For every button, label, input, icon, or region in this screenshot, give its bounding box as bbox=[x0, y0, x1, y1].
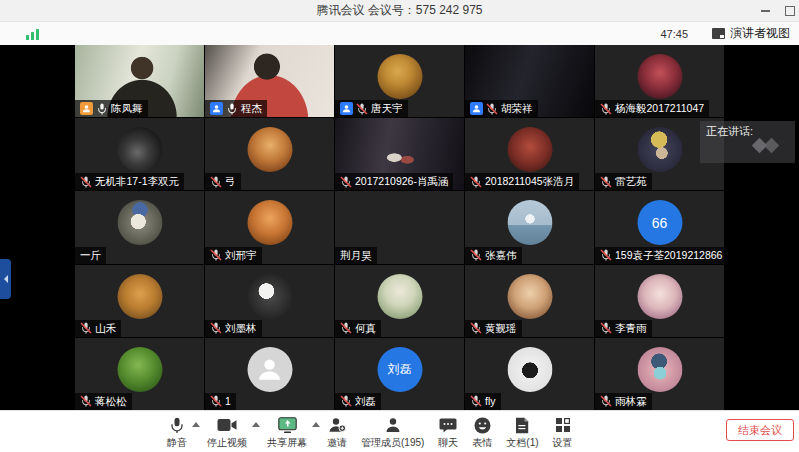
participant-name-label: 刘邢宇 bbox=[205, 247, 262, 264]
participant-name-label: 弓 bbox=[205, 173, 241, 190]
participant-name-label: 胡荣祥 bbox=[465, 100, 538, 117]
toolbar-button-members[interactable]: 管理成员(195) bbox=[354, 411, 431, 450]
avatar bbox=[247, 274, 292, 319]
mic-muted-icon bbox=[80, 395, 92, 407]
toolbar-button-label: 停止视频 bbox=[207, 436, 247, 450]
toolbar-button-share-screen[interactable]: 共享屏幕 bbox=[260, 411, 314, 450]
mic-muted-icon bbox=[80, 176, 92, 188]
participant-tile[interactable]: 刘墨林 bbox=[205, 265, 334, 337]
network-signal-icon[interactable] bbox=[26, 28, 39, 40]
participant-name: 无机非17-1李双元 bbox=[95, 175, 179, 188]
microphone-icon bbox=[169, 416, 185, 434]
participant-tile[interactable]: 1 bbox=[205, 338, 334, 410]
avatar bbox=[117, 347, 162, 392]
view-mode-label: 演讲者视图 bbox=[730, 25, 790, 42]
avatar bbox=[637, 274, 682, 319]
participant-tile[interactable]: 李青雨 bbox=[595, 265, 724, 337]
participant-name: 杨海毅2017211047 bbox=[615, 102, 704, 115]
maximize-icon[interactable] bbox=[785, 6, 795, 16]
settings-grid-icon bbox=[555, 416, 571, 434]
end-meeting-button[interactable]: 结束会议 bbox=[726, 419, 794, 441]
participant-name-label: 荆月昊 bbox=[335, 247, 377, 264]
avatar bbox=[507, 200, 552, 245]
participant-name: 胡荣祥 bbox=[501, 102, 533, 115]
mic-muted-icon bbox=[470, 249, 482, 261]
meeting-duration: 47:45 bbox=[660, 28, 688, 40]
chat-bubble-icon bbox=[439, 416, 457, 434]
host-badge-icon bbox=[80, 102, 93, 115]
mic-muted-icon bbox=[470, 322, 482, 334]
participant-name: fly bbox=[485, 395, 496, 408]
participant-tile[interactable]: 刘邢宇 bbox=[205, 191, 334, 263]
minimize-icon[interactable] bbox=[761, 10, 770, 12]
participant-tile[interactable]: 张嘉伟 bbox=[465, 191, 594, 263]
document-icon bbox=[515, 416, 529, 434]
chevron-up-icon[interactable] bbox=[312, 422, 320, 427]
participant-name: 山禾 bbox=[95, 322, 116, 335]
mic-muted-icon bbox=[210, 176, 222, 188]
members-icon bbox=[385, 416, 401, 434]
view-mode-toggle[interactable]: 演讲者视图 bbox=[712, 25, 790, 42]
avatar: 刘磊 bbox=[377, 347, 422, 392]
participant-name-label: 雷艺苑 bbox=[595, 173, 652, 190]
participant-tile[interactable]: 蒋松松 bbox=[75, 338, 204, 410]
toolbar-button-settings[interactable]: 设置 bbox=[546, 411, 580, 450]
participant-tile[interactable]: 2018211045张浩月 bbox=[465, 118, 594, 190]
participant-name: 陈凤舞 bbox=[111, 102, 143, 115]
participant-tile[interactable]: 雨林霖 bbox=[595, 338, 724, 410]
participant-tile[interactable]: fly bbox=[465, 338, 594, 410]
meeting-toolbar: 静音停止视频共享屏幕邀请管理成员(195)聊天表情文档(1)设置 结束会议 bbox=[0, 410, 799, 452]
camera-icon bbox=[217, 416, 237, 434]
chevron-up-icon[interactable] bbox=[252, 422, 260, 427]
avatar bbox=[507, 127, 552, 172]
participant-tile[interactable]: 刘磊刘磊 bbox=[335, 338, 464, 410]
toolbar-button-docs[interactable]: 文档(1) bbox=[499, 411, 545, 450]
participant-tile[interactable]: 胡荣祥 bbox=[465, 45, 594, 117]
participant-tile[interactable]: 无机非17-1李双元 bbox=[75, 118, 204, 190]
participant-tile[interactable]: 荆月昊 bbox=[335, 191, 464, 263]
participant-name: 李青雨 bbox=[615, 322, 647, 335]
participant-tile[interactable]: 66159袁子荃2019212866 bbox=[595, 191, 724, 263]
invite-person-icon bbox=[328, 416, 346, 434]
toolbar-button-stop-video[interactable]: 停止视频 bbox=[200, 411, 254, 450]
participant-name-label: 张嘉伟 bbox=[465, 247, 522, 264]
toolbar-button-invite[interactable]: 邀请 bbox=[320, 411, 354, 450]
chevron-left-icon bbox=[4, 275, 8, 283]
member-badge-icon bbox=[210, 102, 223, 115]
avatar bbox=[117, 274, 162, 319]
participant-tile[interactable]: 何真 bbox=[335, 265, 464, 337]
toolbar-button-emoji[interactable]: 表情 bbox=[465, 411, 499, 450]
emoji-smiley-icon bbox=[474, 416, 491, 434]
participant-tile[interactable]: 2017210926-肖禹涵 bbox=[335, 118, 464, 190]
toolbar-button-label: 表情 bbox=[472, 436, 492, 450]
participant-name: 一斤 bbox=[80, 249, 101, 262]
mic-muted-icon bbox=[470, 176, 482, 188]
participant-tile[interactable]: 杨海毅2017211047 bbox=[595, 45, 724, 117]
participant-tile[interactable]: 山禾 bbox=[75, 265, 204, 337]
mic-muted-icon bbox=[210, 249, 222, 261]
participant-tile[interactable]: 陈凤舞 bbox=[75, 45, 204, 117]
member-badge-icon bbox=[470, 102, 483, 115]
avatar bbox=[247, 347, 292, 392]
participant-name: 刘邢宇 bbox=[225, 249, 257, 262]
participant-name-label: 李青雨 bbox=[595, 320, 652, 337]
participant-tile[interactable]: 黄觐瑶 bbox=[465, 265, 594, 337]
toolbar-button-label: 邀请 bbox=[327, 436, 347, 450]
video-grid: 陈凤舞程杰唐天宇胡荣祥杨海毅2017211047无机非17-1李双元弓20172… bbox=[75, 45, 724, 410]
toolbar-button-mute[interactable]: 静音 bbox=[160, 411, 194, 450]
mic-muted-icon bbox=[600, 395, 612, 407]
participant-name: 刘磊 bbox=[355, 395, 376, 408]
sidebar-collapse-handle[interactable] bbox=[0, 259, 11, 299]
avatar bbox=[507, 347, 552, 392]
avatar bbox=[117, 127, 162, 172]
chevron-up-icon[interactable] bbox=[192, 422, 200, 427]
toolbar-button-chat[interactable]: 聊天 bbox=[431, 411, 465, 450]
participant-tile[interactable]: 唐天宇 bbox=[335, 45, 464, 117]
participant-tile[interactable]: 一斤 bbox=[75, 191, 204, 263]
toolbar-button-label: 文档(1) bbox=[506, 436, 538, 450]
participant-tile[interactable]: 弓 bbox=[205, 118, 334, 190]
participant-name-label: 2018211045张浩月 bbox=[465, 173, 579, 190]
participant-name-label: 2017210926-肖禹涵 bbox=[335, 173, 453, 190]
share-screen-icon bbox=[278, 416, 297, 434]
participant-tile[interactable]: 程杰 bbox=[205, 45, 334, 117]
